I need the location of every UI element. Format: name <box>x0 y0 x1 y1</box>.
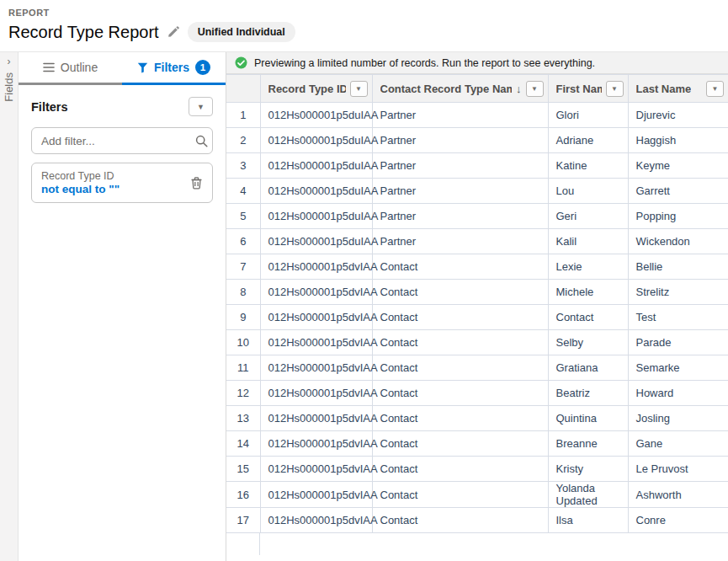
tab-outline[interactable]: Outline <box>19 52 122 85</box>
record-type-id-cell[interactable]: 012Hs000001p5dvIAA <box>260 457 372 482</box>
last-name-cell[interactable]: Conre <box>628 508 728 533</box>
table-row[interactable]: 8 012Hs000001p5dvIAA Contact Michele Str… <box>226 280 728 305</box>
table-row[interactable]: 2 012Hs000001p5duIAA Partner Adriane Hag… <box>226 128 728 153</box>
table-row[interactable]: 7 012Hs000001p5dvIAA Contact Lexie Belli… <box>226 254 728 280</box>
first-name-cell[interactable]: Glori <box>548 103 628 128</box>
record-type-id-cell[interactable]: 012Hs000001p5duIAA <box>260 204 372 229</box>
contact-record-type-name-cell[interactable]: Contact <box>372 457 548 482</box>
contact-record-type-name-cell[interactable]: Contact <box>372 355 548 381</box>
record-type-id-cell[interactable]: 012Hs000001p5dvIAA <box>260 482 372 508</box>
record-type-id-cell[interactable]: 012Hs000001p5duIAA <box>260 103 372 128</box>
column-header-last-name[interactable]: Last Name ▼ <box>628 75 728 103</box>
edit-title-button[interactable] <box>167 26 179 38</box>
record-type-id-cell[interactable]: 012Hs000001p5dvIAA <box>260 330 372 355</box>
table-row[interactable]: 4 012Hs000001p5duIAA Partner Lou Garrett <box>226 179 728 204</box>
last-name-cell[interactable]: Semarke <box>628 355 728 381</box>
contact-record-type-name-cell[interactable]: Contact <box>372 406 548 431</box>
add-filter-box[interactable] <box>31 127 213 154</box>
first-name-cell[interactable]: Geri <box>548 204 628 229</box>
table-row[interactable]: 1 012Hs000001p5duIAA Partner Glori Djure… <box>226 103 728 128</box>
first-name-cell[interactable]: Breanne <box>548 431 628 457</box>
record-type-id-cell[interactable]: 012Hs000001p5dvIAA <box>260 280 372 305</box>
last-name-cell[interactable]: Test <box>628 305 728 330</box>
last-name-cell[interactable]: Garrett <box>628 179 728 204</box>
contact-record-type-name-cell[interactable]: Contact <box>372 508 548 533</box>
record-type-id-cell[interactable]: 012Hs000001p5duIAA <box>260 179 372 204</box>
record-type-id-cell[interactable]: 012Hs000001p5dvIAA <box>260 381 372 406</box>
record-type-id-cell[interactable]: 012Hs000001p5dvIAA <box>260 305 372 330</box>
tab-filters[interactable]: Filters 1 <box>122 52 226 85</box>
column-header-first-name[interactable]: First Name ▼ <box>548 75 628 103</box>
contact-record-type-name-cell[interactable]: Contact <box>372 305 548 330</box>
record-type-id-cell[interactable]: 012Hs000001p5dvIAA <box>260 508 372 533</box>
column-header-record-type-id[interactable]: Record Type ID ▼ <box>260 75 372 103</box>
contact-record-type-name-cell[interactable]: Partner <box>372 229 548 254</box>
last-name-cell[interactable]: Parade <box>628 330 728 355</box>
contact-record-type-name-cell[interactable]: Contact <box>372 254 548 280</box>
table-row[interactable]: 12 012Hs000001p5dvIAA Contact Beatriz Ho… <box>226 381 728 406</box>
last-name-cell[interactable]: Popping <box>628 204 728 229</box>
fields-rail[interactable]: › Fields <box>0 52 19 561</box>
record-type-id-cell[interactable]: 012Hs000001p5dvIAA <box>260 355 372 381</box>
last-name-cell[interactable]: Bellie <box>628 254 728 280</box>
contact-record-type-name-cell[interactable]: Partner <box>372 204 548 229</box>
first-name-cell[interactable]: Kalil <box>548 229 628 254</box>
column-menu-button[interactable]: ▼ <box>706 81 724 97</box>
record-type-id-cell[interactable]: 012Hs000001p5dvIAA <box>260 254 372 280</box>
table-row[interactable]: 13 012Hs000001p5dvIAA Contact Quintina J… <box>226 406 728 431</box>
record-type-id-cell[interactable]: 012Hs000001p5dvIAA <box>260 431 372 457</box>
last-name-cell[interactable]: Djurevic <box>628 103 728 128</box>
last-name-cell[interactable]: Howard <box>628 381 728 406</box>
table-row[interactable]: 6 012Hs000001p5duIAA Partner Kalil Wicke… <box>226 229 728 254</box>
record-type-id-cell[interactable]: 012Hs000001p5duIAA <box>260 229 372 254</box>
column-menu-button[interactable]: ▼ <box>606 81 624 97</box>
contact-record-type-name-cell[interactable]: Partner <box>372 153 548 179</box>
first-name-cell[interactable]: Beatriz <box>548 381 628 406</box>
first-name-cell[interactable]: Lou <box>548 179 628 204</box>
last-name-cell[interactable]: Keyme <box>628 153 728 179</box>
first-name-cell[interactable]: Quintina <box>548 406 628 431</box>
filters-menu-button[interactable]: ▼ <box>189 97 213 116</box>
table-row[interactable]: 10 012Hs000001p5dvIAA Contact Selby Para… <box>226 330 728 355</box>
table-row[interactable]: 3 012Hs000001p5duIAA Partner Katine Keym… <box>226 153 728 179</box>
last-name-cell[interactable]: Ashworth <box>628 482 728 508</box>
add-filter-input[interactable] <box>41 135 190 147</box>
table-row[interactable]: 15 012Hs000001p5dvIAA Contact Kristy Le … <box>226 457 728 482</box>
record-type-id-cell[interactable]: 012Hs000001p5dvIAA <box>260 406 372 431</box>
expand-fields-chevron-icon[interactable]: › <box>8 56 11 67</box>
column-menu-button[interactable]: ▼ <box>350 81 368 97</box>
first-name-cell[interactable]: Contact <box>548 305 628 330</box>
first-name-cell[interactable]: Selby <box>548 330 628 355</box>
first-name-cell[interactable]: Adriane <box>548 128 628 153</box>
first-name-cell[interactable]: Katine <box>548 153 628 179</box>
table-row[interactable]: 14 012Hs000001p5dvIAA Contact Breanne Ga… <box>226 431 728 457</box>
contact-record-type-name-cell[interactable]: Contact <box>372 431 548 457</box>
record-type-id-cell[interactable]: 012Hs000001p5duIAA <box>260 128 372 153</box>
table-row[interactable]: 16 012Hs000001p5dvIAA Contact Yolanda Up… <box>226 482 728 508</box>
contact-record-type-name-cell[interactable]: Contact <box>372 381 548 406</box>
first-name-cell[interactable]: Yolanda Updated <box>548 482 628 508</box>
contact-record-type-name-cell[interactable]: Partner <box>372 128 548 153</box>
last-name-cell[interactable]: Strelitz <box>628 280 728 305</box>
first-name-cell[interactable]: Lexie <box>548 254 628 280</box>
contact-record-type-name-cell[interactable]: Contact <box>372 280 548 305</box>
first-name-cell[interactable]: Gratiana <box>548 355 628 381</box>
delete-filter-button[interactable] <box>190 176 203 190</box>
table-row[interactable]: 11 012Hs000001p5dvIAA Contact Gratiana S… <box>226 355 728 381</box>
table-row[interactable]: 5 012Hs000001p5duIAA Partner Geri Poppin… <box>226 204 728 229</box>
filter-card-record-type-id[interactable]: Record Type ID not equal to "" <box>31 163 213 203</box>
column-menu-button[interactable]: ▼ <box>526 81 544 97</box>
contact-record-type-name-cell[interactable]: Partner <box>372 103 548 128</box>
table-row[interactable]: 17 012Hs000001p5dvIAA Contact Ilsa Conre <box>226 508 728 533</box>
first-name-cell[interactable]: Ilsa <box>548 508 628 533</box>
contact-record-type-name-cell[interactable]: Contact <box>372 482 548 508</box>
last-name-cell[interactable]: Gane <box>628 431 728 457</box>
contact-record-type-name-cell[interactable]: Partner <box>372 179 548 204</box>
last-name-cell[interactable]: Haggish <box>628 128 728 153</box>
contact-record-type-name-cell[interactable]: Contact <box>372 330 548 355</box>
column-header-contact-record-type-name[interactable]: Contact Record Type Name ↓ ▼ <box>372 75 548 103</box>
first-name-cell[interactable]: Michele <box>548 280 628 305</box>
table-row[interactable]: 9 012Hs000001p5dvIAA Contact Contact Tes… <box>226 305 728 330</box>
record-type-id-cell[interactable]: 012Hs000001p5duIAA <box>260 153 372 179</box>
last-name-cell[interactable]: Josling <box>628 406 728 431</box>
